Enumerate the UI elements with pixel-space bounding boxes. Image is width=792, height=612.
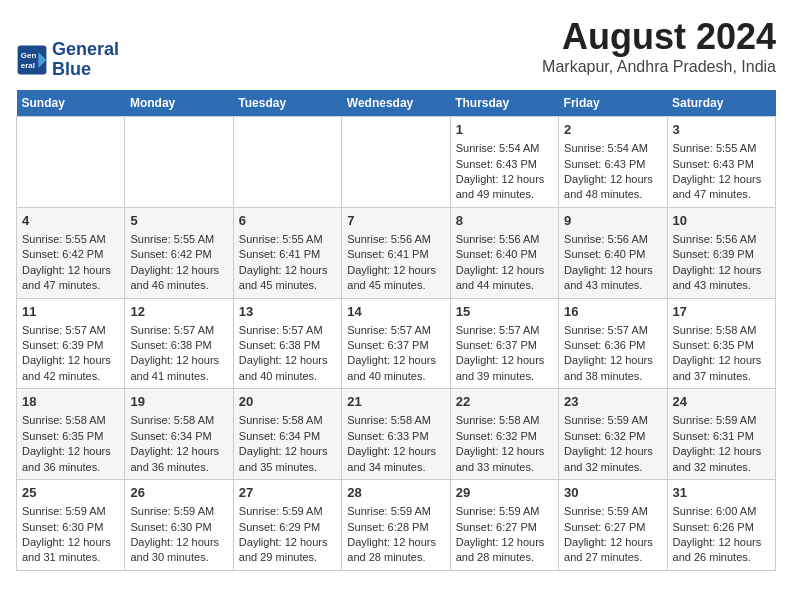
day-info: Sunrise: 5:55 AM	[239, 232, 336, 247]
calendar-table: SundayMondayTuesdayWednesdayThursdayFrid…	[16, 90, 776, 571]
day-info: Sunrise: 5:55 AM	[130, 232, 227, 247]
day-info: Sunset: 6:34 PM	[130, 429, 227, 444]
calendar-cell: 11Sunrise: 5:57 AMSunset: 6:39 PMDayligh…	[17, 298, 125, 389]
day-number: 24	[673, 393, 770, 411]
day-number: 27	[239, 484, 336, 502]
day-number: 21	[347, 393, 444, 411]
day-number: 12	[130, 303, 227, 321]
day-number: 13	[239, 303, 336, 321]
day-info: Sunset: 6:32 PM	[456, 429, 553, 444]
day-info: and 41 minutes.	[130, 369, 227, 384]
day-info: Daylight: 12 hours	[22, 263, 119, 278]
calendar-cell	[342, 117, 450, 208]
day-number: 26	[130, 484, 227, 502]
calendar-cell: 28Sunrise: 5:59 AMSunset: 6:28 PMDayligh…	[342, 480, 450, 571]
day-info: Daylight: 12 hours	[239, 444, 336, 459]
day-number: 11	[22, 303, 119, 321]
day-info: and 40 minutes.	[347, 369, 444, 384]
day-info: and 43 minutes.	[564, 278, 661, 293]
day-info: Sunset: 6:41 PM	[239, 247, 336, 262]
calendar-title: August 2024	[542, 16, 776, 58]
day-info: and 46 minutes.	[130, 278, 227, 293]
day-info: Sunset: 6:38 PM	[239, 338, 336, 353]
day-info: Sunset: 6:35 PM	[673, 338, 770, 353]
day-info: Daylight: 12 hours	[564, 535, 661, 550]
day-info: Daylight: 12 hours	[673, 353, 770, 368]
calendar-week-row: 25Sunrise: 5:59 AMSunset: 6:30 PMDayligh…	[17, 480, 776, 571]
day-info: Sunset: 6:41 PM	[347, 247, 444, 262]
day-info: Sunrise: 5:58 AM	[347, 413, 444, 428]
day-info: and 36 minutes.	[22, 460, 119, 475]
day-info: Sunrise: 5:57 AM	[347, 323, 444, 338]
day-number: 15	[456, 303, 553, 321]
day-number: 31	[673, 484, 770, 502]
day-info: Daylight: 12 hours	[347, 444, 444, 459]
calendar-body: 1Sunrise: 5:54 AMSunset: 6:43 PMDaylight…	[17, 117, 776, 571]
day-info: Sunrise: 6:00 AM	[673, 504, 770, 519]
day-info: Sunrise: 5:55 AM	[673, 141, 770, 156]
day-info: Daylight: 12 hours	[22, 535, 119, 550]
calendar-cell: 9Sunrise: 5:56 AMSunset: 6:40 PMDaylight…	[559, 207, 667, 298]
day-info: Sunrise: 5:58 AM	[456, 413, 553, 428]
day-number: 30	[564, 484, 661, 502]
day-info: and 32 minutes.	[673, 460, 770, 475]
day-number: 4	[22, 212, 119, 230]
day-number: 14	[347, 303, 444, 321]
day-header-tuesday: Tuesday	[233, 90, 341, 117]
day-info: Sunset: 6:36 PM	[564, 338, 661, 353]
day-info: Daylight: 12 hours	[673, 263, 770, 278]
day-info: Daylight: 12 hours	[673, 172, 770, 187]
calendar-cell: 24Sunrise: 5:59 AMSunset: 6:31 PMDayligh…	[667, 389, 775, 480]
day-number: 22	[456, 393, 553, 411]
day-info: Sunrise: 5:56 AM	[564, 232, 661, 247]
day-info: Sunset: 6:37 PM	[456, 338, 553, 353]
day-info: Sunrise: 5:58 AM	[239, 413, 336, 428]
day-info: Daylight: 12 hours	[564, 353, 661, 368]
calendar-cell: 13Sunrise: 5:57 AMSunset: 6:38 PMDayligh…	[233, 298, 341, 389]
day-info: Daylight: 12 hours	[673, 535, 770, 550]
day-info: Sunset: 6:28 PM	[347, 520, 444, 535]
day-info: Sunrise: 5:59 AM	[130, 504, 227, 519]
calendar-cell: 17Sunrise: 5:58 AMSunset: 6:35 PMDayligh…	[667, 298, 775, 389]
day-info: Sunrise: 5:56 AM	[456, 232, 553, 247]
day-header-thursday: Thursday	[450, 90, 558, 117]
day-info: Sunset: 6:29 PM	[239, 520, 336, 535]
day-info: Sunset: 6:42 PM	[22, 247, 119, 262]
calendar-subtitle: Markapur, Andhra Pradesh, India	[542, 58, 776, 76]
calendar-cell	[125, 117, 233, 208]
day-info: Sunset: 6:40 PM	[564, 247, 661, 262]
calendar-header-row: SundayMondayTuesdayWednesdayThursdayFrid…	[17, 90, 776, 117]
day-info: Daylight: 12 hours	[673, 444, 770, 459]
day-info: Sunrise: 5:56 AM	[347, 232, 444, 247]
day-info: Sunrise: 5:57 AM	[239, 323, 336, 338]
general-blue-logo-icon: Gen eral	[16, 44, 48, 76]
day-info: Sunrise: 5:59 AM	[564, 413, 661, 428]
calendar-cell: 6Sunrise: 5:55 AMSunset: 6:41 PMDaylight…	[233, 207, 341, 298]
day-number: 7	[347, 212, 444, 230]
day-info: Daylight: 12 hours	[456, 172, 553, 187]
day-number: 29	[456, 484, 553, 502]
day-header-sunday: Sunday	[17, 90, 125, 117]
day-info: Sunset: 6:32 PM	[564, 429, 661, 444]
day-info: Sunset: 6:43 PM	[456, 157, 553, 172]
day-info: and 49 minutes.	[456, 187, 553, 202]
calendar-cell: 16Sunrise: 5:57 AMSunset: 6:36 PMDayligh…	[559, 298, 667, 389]
day-info: Sunrise: 5:58 AM	[22, 413, 119, 428]
day-info: Daylight: 12 hours	[456, 535, 553, 550]
day-info: Sunrise: 5:57 AM	[22, 323, 119, 338]
day-info: Daylight: 12 hours	[564, 444, 661, 459]
calendar-cell: 25Sunrise: 5:59 AMSunset: 6:30 PMDayligh…	[17, 480, 125, 571]
day-info: Sunrise: 5:56 AM	[673, 232, 770, 247]
calendar-cell: 4Sunrise: 5:55 AMSunset: 6:42 PMDaylight…	[17, 207, 125, 298]
calendar-cell: 19Sunrise: 5:58 AMSunset: 6:34 PMDayligh…	[125, 389, 233, 480]
day-info: Daylight: 12 hours	[456, 353, 553, 368]
day-info: Sunrise: 5:57 AM	[564, 323, 661, 338]
day-info: Sunrise: 5:54 AM	[456, 141, 553, 156]
day-header-wednesday: Wednesday	[342, 90, 450, 117]
day-info: Daylight: 12 hours	[564, 263, 661, 278]
day-info: and 34 minutes.	[347, 460, 444, 475]
day-info: and 39 minutes.	[456, 369, 553, 384]
day-info: Sunset: 6:27 PM	[456, 520, 553, 535]
day-info: Daylight: 12 hours	[347, 263, 444, 278]
day-info: Daylight: 12 hours	[239, 263, 336, 278]
